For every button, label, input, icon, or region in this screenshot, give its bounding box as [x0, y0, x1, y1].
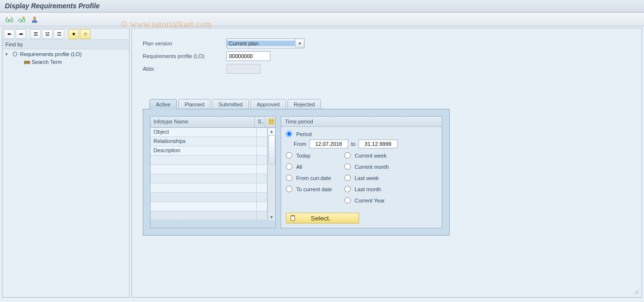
scroll-up-icon[interactable]: ▲	[268, 128, 275, 135]
radio-label: From curr.date	[296, 175, 331, 181]
scroll-thumb[interactable]	[268, 135, 275, 164]
radio-period[interactable]: Period	[286, 131, 437, 137]
radio-curr-month-input[interactable]	[344, 163, 351, 170]
svg-point-4	[34, 17, 36, 19]
table-settings-icon[interactable]	[265, 117, 275, 127]
radio-from-curr-input[interactable]	[286, 175, 292, 181]
cell-s	[257, 137, 267, 146]
find-by-label: Find by	[2, 40, 129, 49]
radio-curr-year[interactable]: Current Year	[344, 197, 403, 203]
chevron-down-icon: ▼	[295, 39, 304, 48]
svg-rect-8	[26, 61, 28, 63]
form-row-req-profile: Requirements profile (LO)	[143, 51, 633, 61]
from-date-input[interactable]	[309, 140, 348, 148]
table-row[interactable]	[151, 156, 267, 165]
tab-planned[interactable]: Planned	[178, 99, 210, 109]
cell-name	[151, 174, 257, 183]
radio-label: Current Year	[355, 198, 385, 203]
table-row[interactable]: Relationships	[151, 137, 267, 146]
table-row[interactable]	[151, 174, 267, 183]
radio-last-month[interactable]: Last month	[344, 186, 403, 192]
cell-name: Description	[151, 146, 257, 155]
cell-s	[257, 174, 267, 183]
cell-name	[151, 211, 257, 220]
tab-active[interactable]: Active	[150, 99, 177, 109]
arrow-left-icon: ⬅	[7, 31, 11, 37]
tab-content: Infotype Name S.. Object Relationships D…	[143, 109, 450, 236]
tree-collapse-icon[interactable]: ▾	[5, 52, 10, 57]
splitter-handle[interactable]: · · · · ·	[2, 67, 129, 73]
col-header-name[interactable]: Infotype Name	[151, 117, 255, 127]
radio-period-input[interactable]	[286, 131, 292, 137]
svg-rect-9	[268, 119, 274, 124]
cell-s	[257, 165, 267, 174]
radio-from-curr[interactable]: From curr.date	[286, 175, 344, 181]
svg-rect-7	[28, 61, 30, 64]
to-label: to	[351, 141, 356, 147]
nav-star2-button[interactable]: ☆	[80, 29, 91, 39]
radio-curr-month[interactable]: Current month	[344, 163, 403, 170]
cell-name	[151, 193, 257, 201]
nav-tree1-button[interactable]: ☰	[30, 29, 41, 39]
radio-to-curr[interactable]: To current date	[286, 186, 344, 192]
req-profile-input[interactable]	[227, 51, 270, 61]
table-row[interactable]	[151, 202, 267, 211]
table-row[interactable]: Description	[151, 146, 267, 156]
nav-forward-button[interactable]: ➡	[16, 29, 26, 39]
toolbar-glasses-icon[interactable]	[4, 15, 15, 24]
select-button[interactable]: Select.	[286, 213, 359, 223]
tree-icon: ☱	[45, 31, 50, 37]
date-range-row: From to	[294, 140, 437, 148]
tree-item-search-term[interactable]: · Search Term	[2, 58, 129, 66]
plan-version-value: Current plan	[227, 40, 295, 46]
tabstrip: Active Planned Submitted Approved Reject…	[143, 99, 450, 109]
tab-submitted[interactable]: Submitted	[212, 99, 249, 109]
scroll-down-icon[interactable]: ▼	[268, 214, 275, 221]
svg-point-3	[22, 19, 25, 22]
nav-back-button[interactable]: ⬅	[4, 29, 15, 39]
radio-today-input[interactable]	[286, 152, 292, 159]
table-row[interactable]	[151, 211, 267, 221]
tab-rejected[interactable]: Rejected	[287, 99, 321, 109]
tab-approved[interactable]: Approved	[250, 99, 286, 109]
toolbar-glasses-pencil-icon[interactable]	[17, 15, 27, 24]
to-date-input[interactable]	[359, 140, 398, 148]
req-profile-label: Requirements profile (LO)	[143, 53, 227, 59]
radio-last-month-input[interactable]	[344, 186, 351, 192]
arrow-right-icon: ➡	[19, 31, 23, 37]
table-header: Infotype Name S..	[151, 117, 275, 128]
table-row[interactable]: Object	[151, 128, 267, 137]
svg-rect-6	[24, 61, 26, 64]
cell-name	[151, 165, 257, 174]
radio-last-week-input[interactable]	[344, 175, 351, 181]
radio-all-input[interactable]	[286, 163, 292, 170]
radio-curr-year-input[interactable]	[344, 197, 351, 203]
radio-label: Today	[296, 153, 310, 159]
table-row[interactable]	[151, 193, 267, 202]
radio-curr-week[interactable]: Current week	[344, 152, 403, 159]
radio-to-curr-input[interactable]	[286, 186, 292, 192]
nav-tree2-button[interactable]: ☱	[42, 29, 53, 39]
cell-s	[257, 156, 267, 164]
radio-last-week[interactable]: Last week	[344, 175, 403, 181]
scroll-track[interactable]	[268, 135, 275, 213]
nav-tree3-button[interactable]: ☲	[54, 29, 64, 39]
radio-curr-week-input[interactable]	[344, 152, 351, 159]
title-bar: Display Requirements Profile	[0, 0, 644, 13]
radio-all[interactable]: All	[286, 163, 344, 170]
cell-s	[257, 202, 267, 211]
plan-version-select[interactable]: Current plan ▼	[227, 39, 304, 48]
cell-name	[151, 183, 257, 192]
nav-tree: ▾ Requirements profile (LO) · Search Ter…	[2, 49, 129, 67]
table-row[interactable]	[151, 183, 267, 193]
col-header-s[interactable]: S..	[255, 117, 265, 127]
radio-label: Last month	[355, 186, 381, 192]
cell-name: Object	[151, 128, 257, 137]
toolbar-person-icon[interactable]	[29, 15, 40, 24]
table-scrollbar[interactable]: ▲ ▼	[267, 128, 275, 221]
table-row[interactable]	[151, 165, 267, 174]
radio-today[interactable]: Today	[286, 152, 344, 159]
nav-star-button[interactable]: ★	[68, 29, 79, 39]
radio-label: Current week	[355, 153, 386, 159]
tree-item-req-profile[interactable]: ▾ Requirements profile (LO)	[2, 50, 129, 58]
